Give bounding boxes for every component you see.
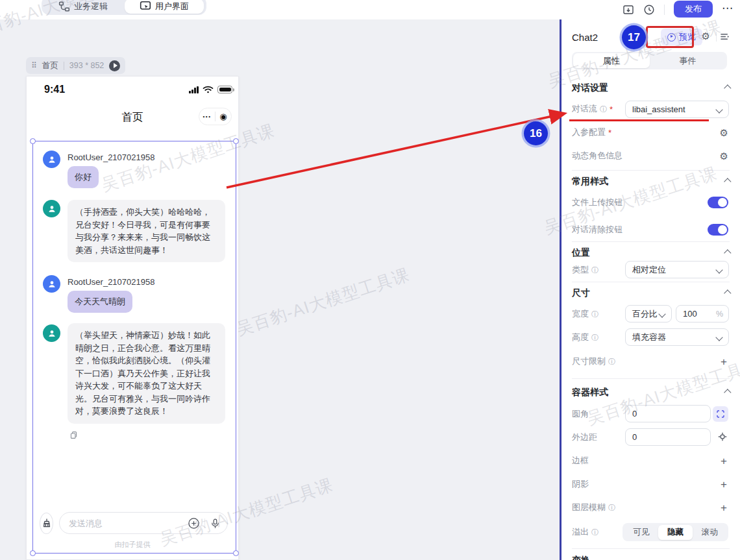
drag-handle-icon[interactable]: ⠿	[31, 61, 37, 70]
height-select[interactable]: 填充容器	[625, 328, 729, 346]
chevron-down-icon	[715, 334, 722, 341]
info-icon[interactable]: ⓘ	[591, 528, 598, 537]
resize-handle[interactable]	[30, 138, 36, 144]
margin-input[interactable]	[625, 428, 711, 446]
page-badge[interactable]: ⠿ 首页 393 * 852	[26, 57, 125, 74]
copy-icon[interactable]	[69, 431, 78, 439]
input-divider	[204, 518, 205, 528]
row-overflow: 溢出ⓘ 可见 隐藏 滚动	[572, 523, 728, 541]
section-common-styles: 常用样式	[572, 175, 728, 188]
workflow-icon	[58, 1, 70, 12]
field-label: 宽度ⓘ	[572, 308, 598, 320]
clear-chat-button[interactable]	[40, 513, 53, 534]
export-icon[interactable]	[623, 4, 634, 16]
section-title: 常用样式	[572, 176, 608, 188]
section-size: 尺寸	[572, 287, 728, 300]
required-mark: *	[610, 104, 613, 114]
user-avatar	[43, 275, 60, 293]
tab-business-logic[interactable]: 业务逻辑	[49, 0, 117, 14]
run-page-icon[interactable]	[109, 60, 120, 71]
field-label: 圆角	[572, 408, 589, 420]
panel-settings-icon[interactable]: ⚙	[702, 31, 710, 41]
resize-handle[interactable]	[233, 138, 239, 144]
signal-icon	[189, 86, 199, 93]
phone-nav-bar: 首页 ••• ◉	[27, 104, 238, 129]
play-icon	[667, 33, 676, 42]
section-divider	[572, 170, 730, 171]
row-size-limit: 尺寸限制ⓘ +	[572, 352, 728, 371]
panel-tabs: 属性 事件	[572, 52, 727, 69]
section-divider	[572, 548, 730, 549]
upload-toggle[interactable]	[708, 197, 728, 208]
row-input-params: 入参配置* ⚙	[572, 123, 728, 141]
role-settings-icon[interactable]: ⚙	[720, 151, 728, 161]
chevron-down-icon	[658, 310, 665, 317]
powered-by-label: 由扣子提供	[27, 540, 238, 550]
add-border-button[interactable]: +	[721, 456, 727, 467]
preview-button-label: 预览	[679, 31, 696, 43]
collapse-panel-icon[interactable]	[720, 32, 731, 42]
resize-handle[interactable]	[233, 550, 239, 556]
dialog-flow-select[interactable]: libai_assistent	[625, 101, 729, 118]
params-settings-icon[interactable]: ⚙	[720, 128, 728, 138]
field-label: 入参配置*	[572, 127, 611, 138]
add-shadow-button[interactable]: +	[721, 479, 727, 490]
status-time: 9:41	[44, 84, 65, 95]
miniapp-capsule[interactable]: ••• ◉	[199, 108, 232, 125]
expand-section-icon[interactable]	[722, 557, 729, 560]
microphone-icon[interactable]	[210, 518, 221, 529]
add-blur-button[interactable]: +	[721, 502, 727, 513]
bot-avatar	[43, 200, 60, 217]
design-canvas[interactable]: ⠿ 首页 393 * 852 9:41 首页 ••• ◉ RootUser_21…	[0, 19, 560, 560]
section-divider	[572, 282, 730, 282]
collapse-section-icon[interactable]	[724, 289, 731, 297]
info-icon[interactable]: ⓘ	[591, 333, 598, 343]
collapse-section-icon[interactable]	[724, 178, 731, 185]
margin-sides-button[interactable]	[718, 432, 727, 443]
width-unit-select[interactable]: 百分比	[625, 305, 672, 323]
row-shadow: 阴影 +	[572, 475, 728, 493]
field-label: 尺寸限制ⓘ	[572, 356, 615, 367]
field-label: 图层模糊ⓘ	[572, 502, 615, 513]
dialog-flow-value: libai_assistent	[632, 104, 685, 114]
history-icon[interactable]	[643, 4, 655, 16]
row-blur: 图层模糊ⓘ +	[572, 498, 728, 517]
phone-preview[interactable]: 9:41 首页 ••• ◉ RootUser_2107021958 你好 （手持…	[26, 76, 239, 560]
field-label: 对话清除按钮	[572, 224, 623, 236]
tab-user-interface[interactable]: 用户界面	[125, 0, 204, 14]
radius-input[interactable]	[625, 405, 711, 422]
add-size-limit-button[interactable]: +	[721, 356, 727, 367]
properties-panel: Chat2 预览 ⚙ 属性 事件 对话设置 对话流ⓘ* libai_assist…	[560, 19, 740, 560]
mode-tabs: 业务逻辑 用户界面	[42, 0, 206, 15]
info-icon[interactable]: ⓘ	[591, 265, 598, 275]
tab-events[interactable]: 事件	[650, 53, 726, 68]
section-title: 位置	[572, 247, 590, 259]
position-type-select[interactable]: 相对定位	[625, 261, 729, 278]
radius-corners-button[interactable]	[713, 406, 728, 422]
overflow-option-scroll[interactable]: 滚动	[693, 525, 727, 540]
tab-properties[interactable]: 属性	[573, 53, 650, 68]
message-sender-name: RootUser_2107021958	[68, 152, 154, 162]
resize-handle[interactable]	[30, 550, 36, 556]
info-icon[interactable]: ⓘ	[608, 357, 615, 367]
message-input[interactable]	[69, 518, 183, 528]
overflow-option-visible[interactable]: 可见	[624, 525, 659, 540]
publish-button[interactable]: 发布	[674, 1, 713, 18]
capsule-close-icon[interactable]: ◉	[216, 112, 231, 121]
add-attachment-icon[interactable]	[188, 517, 200, 530]
overflow-segmented-control: 可见 隐藏 滚动	[623, 523, 728, 541]
collapse-section-icon[interactable]	[724, 249, 731, 256]
field-label: 动态角色信息	[572, 150, 623, 162]
capsule-more-icon[interactable]: •••	[199, 114, 215, 119]
info-icon[interactable]: ⓘ	[591, 310, 598, 319]
more-menu-icon[interactable]: ⋯	[722, 1, 734, 15]
clear-toggle[interactable]	[708, 224, 728, 236]
user-avatar	[43, 151, 60, 168]
info-icon[interactable]: ⓘ	[600, 104, 607, 114]
collapse-section-icon[interactable]	[724, 84, 731, 91]
collapse-section-icon[interactable]	[724, 389, 731, 396]
info-icon[interactable]: ⓘ	[608, 503, 615, 513]
overflow-option-hidden[interactable]: 隐藏	[658, 525, 693, 540]
message-input-pill[interactable]	[59, 512, 228, 534]
preview-button[interactable]: 预览	[661, 29, 702, 45]
